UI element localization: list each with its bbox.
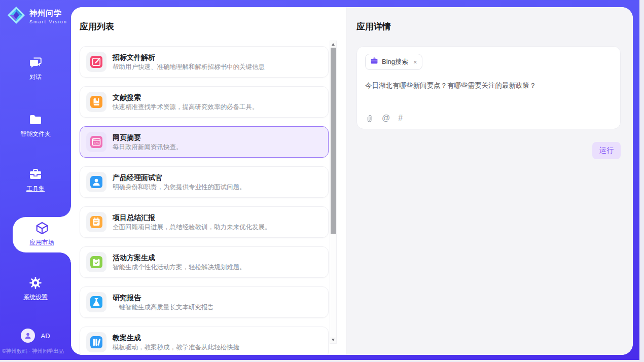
app-card-name: 招标文件解析 [113,54,265,61]
book-icon [86,92,106,112]
triangle-down-icon [332,339,335,341]
brand-name: 神州问学 [29,9,67,18]
app-card-desc: 帮助用户快速、准确地理解和解析招标书中的关键信息 [113,64,265,70]
diamond-logo-icon [7,6,26,27]
run-button[interactable]: 运行 [592,142,621,159]
app-card-desc: 一键智能生成高质量长文本研究报告 [113,304,214,311]
paperclip-icon[interactable] [365,114,374,123]
app-card-web-summary[interactable]: </> 网页摘要 每日政府新闻资讯快查。 [80,126,329,158]
tag-close-icon[interactable]: × [413,58,417,66]
svg-text:</>: </> [94,141,99,144]
app-card-name: 文献搜索 [113,94,259,101]
mention-at-icon[interactable]: @ [382,114,390,122]
app-card-activity-plan[interactable]: 活动方案生成 智能生成个性化活动方案，轻松解决规划难题。 [80,246,329,278]
sidebar-item-label: 智能文件夹 [20,130,51,138]
chat-icon [0,56,71,70]
app-card-lesson-plan[interactable]: 教案生成 模板驱动，教案秒成，教学准备从此轻松快捷 [80,327,329,355]
app-detail-panel: 应用详情 Bing搜索 × 今日湖北有哪些新闻要点？有哪些需要关注的最新政策？ [346,7,633,355]
sidebar-item-label: 对话 [29,73,42,82]
scrollbar-down-button[interactable] [330,337,336,343]
app-card-desc: 明确身份和职责，为您提供专业性的面试问题。 [113,184,246,191]
app-card-desc: 每日政府新闻资讯快查。 [113,144,183,151]
run-row: 运行 [356,142,621,159]
app-card-name: 网页摘要 [113,134,183,141]
list-scrollbar[interactable] [330,41,337,344]
app-card-name: 活动方案生成 [113,254,246,261]
app-list-panel: 应用列表 招标文件解析 帮助用户快速 [71,7,346,355]
content-panel: 应用列表 招标文件解析 帮助用户快速 [71,7,633,355]
app-card-pm-interviewer[interactable]: 产品经理面试官 明确身份和职责，为您提供专业性的面试问题。 [80,166,329,198]
toolbox-icon [0,167,71,182]
sidebar-item-chat[interactable]: 对话 [0,56,71,82]
sidebar-item-app-market[interactable]: 应用市场 [13,217,71,252]
doc-edit-icon [86,52,106,72]
tool-tag-label: Bing搜索 [382,57,408,66]
sidebar-item-smart-folder[interactable]: 智能文件夹 [0,113,71,138]
brand-subtitle: Smart Vision [29,19,67,24]
sidebar-item-label: 应用市场 [30,238,54,247]
app-shell: 神州问学 Smart Vision 对话 智能文件夹 工具集 [0,0,639,360]
attachment-toolbar: @ # [365,114,403,123]
tool-tag-bing-search[interactable]: Bing搜索 × [365,54,422,70]
app-card-bid-analysis[interactable]: 招标文件解析 帮助用户快速、准确地理解和解析招标书中的关键信息 [80,46,329,78]
app-detail-title: 应用详情 [356,21,621,32]
briefcase-icon [370,57,378,67]
report-note-icon [86,212,106,232]
app-card-list: 招标文件解析 帮助用户快速、准确地理解和解析招标书中的关键信息 [80,46,329,355]
app-card-name: 研究报告 [113,294,214,301]
research-flask-icon [86,292,106,312]
user-label: AD [41,332,50,340]
hash-icon[interactable]: # [398,114,403,122]
app-card-research-report[interactable]: 研究报告 一键智能生成高质量长文本研究报告 [80,286,329,318]
app-card-name: 项目总结汇报 [113,214,271,221]
interviewer-icon [86,172,106,192]
scrollbar-up-button[interactable] [330,41,336,48]
person-icon [23,331,33,341]
app-card-name: 产品经理面试官 [113,174,246,181]
app-card-desc: 快速精准查找学术资源，提高研究效率的必备工具。 [113,104,259,111]
books-icon [86,332,106,352]
prompt-input[interactable]: 今日湖北有哪些新闻要点？有哪些需要关注的最新政策？ [365,81,612,91]
app-card-project-summary[interactable]: 项目总结汇报 全面回顾项目进展，总结经验教训，助力未来优化发展。 [80,206,329,238]
folder-icon [0,113,71,127]
cube-icon [13,221,71,235]
user-row: AD [0,329,71,343]
triangle-up-icon [332,43,335,46]
sidebar-item-label: 系统设置 [23,293,48,302]
gear-icon [0,276,71,290]
brand-logo: 神州问学 Smart Vision [7,6,67,27]
avatar[interactable] [21,329,35,343]
sidebar-item-settings[interactable]: 系统设置 [0,276,71,302]
sidebar-item-label: 工具集 [26,185,45,193]
scrollbar-thumb[interactable] [331,48,336,234]
clipboard-check-icon [86,252,106,272]
app-list-title: 应用列表 [80,21,337,32]
app-card-desc: 智能生成个性化活动方案，轻松解决规划难题。 [113,264,246,271]
prompt-card: Bing搜索 × 今日湖北有哪些新闻要点？有哪些需要关注的最新政策？ @ # [356,46,621,129]
sidebar-footer: ©神州数码 · 神州问学出品 [2,348,71,355]
app-card-name: 教案生成 [113,334,239,341]
app-card-literature-search[interactable]: 文献搜索 快速精准查找学术资源，提高研究效率的必备工具。 [80,86,329,118]
browser-code-icon: </> [86,132,106,152]
app-card-desc: 模板驱动，教案秒成，教学准备从此轻松快捷 [113,344,239,351]
sidebar-item-toolset[interactable]: 工具集 [0,167,71,193]
app-card-desc: 全面回顾项目进展，总结经验教训，助力未来优化发展。 [113,224,271,231]
